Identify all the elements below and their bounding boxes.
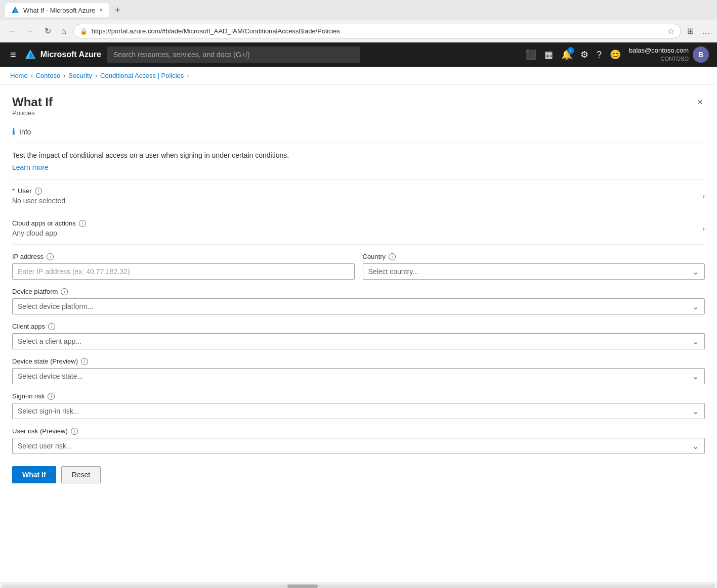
- forward-button[interactable]: →: [23, 25, 37, 38]
- address-bar[interactable]: 🔒 https://portal.azure.com/#blade/Micros…: [73, 24, 681, 38]
- panel-subtitle: Policies: [12, 109, 53, 117]
- user-email: balas@contoso.com: [629, 47, 689, 55]
- tab-title: What If - Microsoft Azure: [23, 7, 95, 14]
- user-field: * User i No user selected: [12, 187, 65, 205]
- device-state-select[interactable]: Select device state...: [12, 368, 705, 384]
- device-state-label-text: Device state (Preview): [12, 357, 78, 365]
- feedback-button[interactable]: 😊: [610, 49, 621, 60]
- help-icon: ?: [597, 50, 602, 60]
- ip-info-icon[interactable]: i: [47, 253, 54, 260]
- user-avatar[interactable]: B: [693, 47, 709, 63]
- client-apps-select-wrapper: Select a client app...: [12, 333, 705, 349]
- portal-icon: ▦: [544, 50, 553, 60]
- extensions-button[interactable]: ⊞: [685, 24, 696, 38]
- ip-address-group: IP address i: [12, 253, 355, 280]
- breadcrumb: Home › Contoso › Security › Conditional …: [0, 67, 717, 85]
- back-button[interactable]: ←: [5, 25, 19, 38]
- cloud-apps-field-label: Cloud apps or actions i: [12, 219, 86, 227]
- description-section: Test the impact of conditional access on…: [12, 151, 705, 180]
- country-label: Country i: [363, 253, 705, 260]
- user-risk-label-text: User risk (Preview): [12, 427, 68, 435]
- sign-in-risk-label-text: Sign-in risk: [12, 392, 45, 400]
- breadcrumb-sep-4: ›: [187, 72, 189, 79]
- header-action-buttons: ⬛ ▦ 🔔 1 ⚙ ? 😊 balas@contoso.com CONTO: [525, 47, 709, 63]
- scrollbar-thumb[interactable]: [287, 584, 318, 589]
- horizontal-scrollbar[interactable]: [0, 582, 717, 588]
- user-selector-row[interactable]: * User i No user selected ›: [12, 180, 705, 212]
- country-select[interactable]: Select country...: [363, 263, 705, 280]
- client-apps-select[interactable]: Select a client app...: [12, 333, 705, 349]
- client-apps-label: Client apps i: [12, 323, 705, 330]
- breadcrumb-sep-2: ›: [63, 72, 65, 79]
- cloud-apps-selector-row[interactable]: Cloud apps or actions i Any cloud app ›: [12, 212, 705, 245]
- bookmark-icon[interactable]: ☆: [667, 26, 674, 36]
- user-risk-group: User risk (Preview) i Select user risk..…: [12, 427, 705, 454]
- browser-menu-button[interactable]: …: [700, 24, 712, 38]
- browser-toolbar: ← → ↻ ⌂ 🔒 https://portal.azure.com/#blad…: [0, 20, 717, 42]
- country-info-icon[interactable]: i: [389, 253, 396, 260]
- cloud-apps-info-icon[interactable]: i: [79, 220, 86, 227]
- home-button[interactable]: ⌂: [58, 25, 69, 38]
- notifications-button[interactable]: 🔔 1: [561, 49, 572, 60]
- device-state-info-icon[interactable]: i: [81, 358, 88, 365]
- browser-frame: What If - Microsoft Azure × + ← → ↻ ⌂ 🔒 …: [0, 0, 717, 588]
- sign-in-risk-select[interactable]: Select sign-in risk...: [12, 403, 705, 419]
- sign-in-risk-label: Sign-in risk i: [12, 392, 705, 400]
- azure-logo-text: Microsoft Azure: [40, 50, 101, 59]
- required-indicator: *: [12, 187, 15, 195]
- learn-more-link[interactable]: Learn more: [12, 163, 49, 171]
- hamburger-menu-button[interactable]: ≡: [8, 47, 18, 63]
- client-apps-info-icon[interactable]: i: [48, 323, 55, 330]
- user-risk-select[interactable]: Select user risk...: [12, 438, 705, 454]
- user-info-icon[interactable]: i: [35, 188, 42, 195]
- info-label: Info: [19, 128, 31, 136]
- breadcrumb-sep-3: ›: [95, 72, 97, 79]
- description-text: Test the impact of conditional access on…: [12, 151, 705, 159]
- gear-icon: ⚙: [580, 50, 588, 60]
- device-state-group: Device state (Preview) i Select device s…: [12, 357, 705, 384]
- user-risk-label: User risk (Preview) i: [12, 427, 705, 435]
- azure-header: ≡ Microsoft Azure ⬛ ▦ 🔔 1 ⚙ ?: [0, 42, 717, 67]
- country-select-wrapper: Select country...: [363, 263, 705, 280]
- breadcrumb-security[interactable]: Security: [68, 72, 92, 79]
- user-risk-info-icon[interactable]: i: [71, 428, 78, 435]
- panel-title: What If: [12, 95, 53, 109]
- help-button[interactable]: ?: [597, 50, 602, 60]
- reset-button[interactable]: Reset: [61, 466, 101, 483]
- ip-address-label: IP address i: [12, 253, 355, 260]
- sign-in-risk-info-icon[interactable]: i: [48, 393, 55, 400]
- lock-icon: 🔒: [80, 28, 88, 35]
- tab-close-button[interactable]: ×: [99, 7, 103, 14]
- user-org: CONTOSO: [629, 55, 689, 62]
- breadcrumb-conditional-access[interactable]: Conditional Access | Policies: [100, 72, 184, 79]
- feedback-icon: 😊: [610, 50, 621, 60]
- settings-button[interactable]: ⚙: [580, 49, 588, 60]
- global-search-input[interactable]: [107, 47, 360, 63]
- ip-address-input[interactable]: [12, 263, 355, 280]
- browser-tab[interactable]: What If - Microsoft Azure ×: [5, 3, 109, 17]
- user-text: balas@contoso.com CONTOSO: [629, 47, 689, 62]
- cloud-shell-button[interactable]: ⬛: [525, 49, 536, 60]
- cloud-apps-value: Any cloud app: [12, 229, 86, 237]
- device-platform-select[interactable]: Select device platform...: [12, 298, 705, 314]
- scrollbar-track: [2, 584, 715, 589]
- what-if-button[interactable]: What If: [12, 466, 56, 483]
- panel-title-group: What If Policies: [12, 95, 53, 125]
- browser-titlebar: What If - Microsoft Azure × +: [0, 0, 717, 20]
- portal-button[interactable]: ▦: [544, 49, 553, 60]
- device-platform-group: Device platform i Select device platform…: [12, 288, 705, 314]
- device-platform-info-icon[interactable]: i: [61, 288, 68, 295]
- breadcrumb-home[interactable]: Home: [10, 72, 28, 79]
- browser-action-buttons: ⊞ …: [685, 24, 712, 38]
- user-profile[interactable]: balas@contoso.com CONTOSO B: [629, 47, 709, 63]
- ip-country-grid: IP address i Country i Select country...: [12, 253, 705, 280]
- client-apps-group: Client apps i Select a client app...: [12, 323, 705, 349]
- breadcrumb-contoso[interactable]: Contoso: [36, 72, 60, 79]
- notification-badge: 1: [567, 47, 574, 54]
- panel-close-button[interactable]: ×: [695, 95, 705, 110]
- country-label-text: Country: [363, 253, 386, 260]
- new-tab-button[interactable]: +: [113, 3, 122, 18]
- client-apps-label-text: Client apps: [12, 323, 45, 330]
- cloud-shell-icon: ⬛: [525, 50, 536, 60]
- refresh-button[interactable]: ↻: [41, 24, 54, 38]
